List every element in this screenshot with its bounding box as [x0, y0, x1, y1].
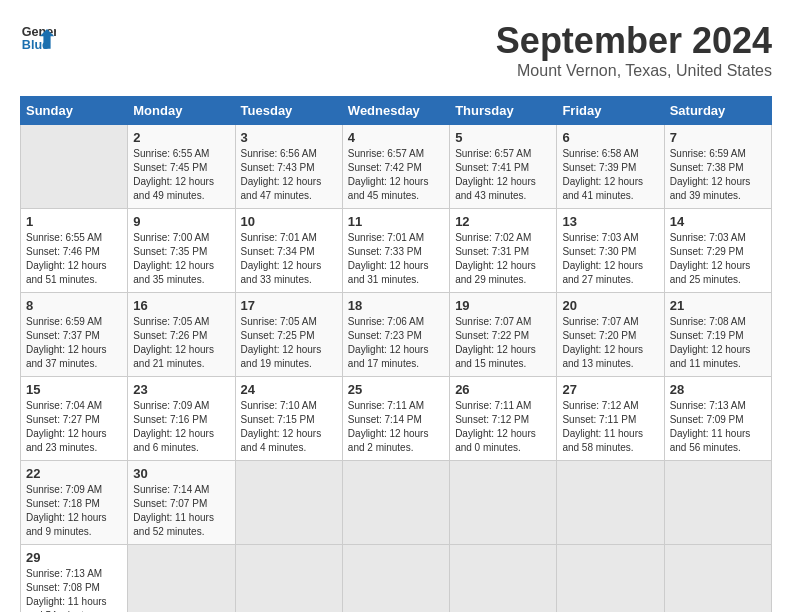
day-info: Sunrise: 7:11 AMSunset: 7:12 PMDaylight:… — [455, 399, 551, 455]
day-info: Sunrise: 6:55 AMSunset: 7:45 PMDaylight:… — [133, 147, 229, 203]
day-info: Sunrise: 7:08 AMSunset: 7:19 PMDaylight:… — [670, 315, 766, 371]
day-info: Sunrise: 7:13 AMSunset: 7:08 PMDaylight:… — [26, 567, 122, 612]
day-info: Sunrise: 6:56 AMSunset: 7:43 PMDaylight:… — [241, 147, 337, 203]
calendar-cell — [128, 545, 235, 613]
day-number: 8 — [26, 298, 122, 313]
calendar-cell: 18Sunrise: 7:06 AMSunset: 7:23 PMDayligh… — [342, 293, 449, 377]
day-info: Sunrise: 6:59 AMSunset: 7:38 PMDaylight:… — [670, 147, 766, 203]
calendar-cell: 22Sunrise: 7:09 AMSunset: 7:18 PMDayligh… — [21, 461, 128, 545]
day-info: Sunrise: 7:05 AMSunset: 7:26 PMDaylight:… — [133, 315, 229, 371]
month-title: September 2024 — [496, 20, 772, 62]
calendar-cell: 26Sunrise: 7:11 AMSunset: 7:12 PMDayligh… — [450, 377, 557, 461]
day-number: 4 — [348, 130, 444, 145]
location-title: Mount Vernon, Texas, United States — [496, 62, 772, 80]
calendar-table: Sunday Monday Tuesday Wednesday Thursday… — [20, 96, 772, 612]
calendar-cell: 4Sunrise: 6:57 AMSunset: 7:42 PMDaylight… — [342, 125, 449, 209]
calendar-cell: 1Sunrise: 6:55 AMSunset: 7:46 PMDaylight… — [21, 209, 128, 293]
day-number: 29 — [26, 550, 122, 565]
page-header: General Blue September 2024 Mount Vernon… — [20, 20, 772, 80]
day-number: 9 — [133, 214, 229, 229]
calendar-header-row: Sunday Monday Tuesday Wednesday Thursday… — [21, 97, 772, 125]
day-number: 20 — [562, 298, 658, 313]
day-number: 10 — [241, 214, 337, 229]
day-info: Sunrise: 6:58 AMSunset: 7:39 PMDaylight:… — [562, 147, 658, 203]
calendar-cell — [557, 461, 664, 545]
day-info: Sunrise: 7:01 AMSunset: 7:33 PMDaylight:… — [348, 231, 444, 287]
calendar-cell: 2Sunrise: 6:55 AMSunset: 7:45 PMDaylight… — [128, 125, 235, 209]
col-friday: Friday — [557, 97, 664, 125]
day-info: Sunrise: 7:14 AMSunset: 7:07 PMDaylight:… — [133, 483, 229, 539]
day-info: Sunrise: 6:59 AMSunset: 7:37 PMDaylight:… — [26, 315, 122, 371]
calendar-cell: 29Sunrise: 7:13 AMSunset: 7:08 PMDayligh… — [21, 545, 128, 613]
calendar-cell: 12Sunrise: 7:02 AMSunset: 7:31 PMDayligh… — [450, 209, 557, 293]
day-number: 1 — [26, 214, 122, 229]
calendar-cell: 8Sunrise: 6:59 AMSunset: 7:37 PMDaylight… — [21, 293, 128, 377]
calendar-cell — [664, 461, 771, 545]
day-info: Sunrise: 7:11 AMSunset: 7:14 PMDaylight:… — [348, 399, 444, 455]
day-number: 15 — [26, 382, 122, 397]
calendar-cell: 15Sunrise: 7:04 AMSunset: 7:27 PMDayligh… — [21, 377, 128, 461]
calendar-cell — [342, 545, 449, 613]
day-info: Sunrise: 7:04 AMSunset: 7:27 PMDaylight:… — [26, 399, 122, 455]
col-monday: Monday — [128, 97, 235, 125]
day-info: Sunrise: 6:57 AMSunset: 7:42 PMDaylight:… — [348, 147, 444, 203]
calendar-cell: 14Sunrise: 7:03 AMSunset: 7:29 PMDayligh… — [664, 209, 771, 293]
table-row: 29Sunrise: 7:13 AMSunset: 7:08 PMDayligh… — [21, 545, 772, 613]
day-info: Sunrise: 7:09 AMSunset: 7:18 PMDaylight:… — [26, 483, 122, 539]
col-sunday: Sunday — [21, 97, 128, 125]
day-number: 22 — [26, 466, 122, 481]
table-row: 1Sunrise: 6:55 AMSunset: 7:46 PMDaylight… — [21, 209, 772, 293]
day-info: Sunrise: 7:01 AMSunset: 7:34 PMDaylight:… — [241, 231, 337, 287]
col-saturday: Saturday — [664, 97, 771, 125]
day-info: Sunrise: 7:00 AMSunset: 7:35 PMDaylight:… — [133, 231, 229, 287]
day-info: Sunrise: 7:07 AMSunset: 7:22 PMDaylight:… — [455, 315, 551, 371]
day-number: 19 — [455, 298, 551, 313]
col-tuesday: Tuesday — [235, 97, 342, 125]
calendar-cell: 10Sunrise: 7:01 AMSunset: 7:34 PMDayligh… — [235, 209, 342, 293]
calendar-cell: 13Sunrise: 7:03 AMSunset: 7:30 PMDayligh… — [557, 209, 664, 293]
day-number: 26 — [455, 382, 551, 397]
day-info: Sunrise: 6:57 AMSunset: 7:41 PMDaylight:… — [455, 147, 551, 203]
day-number: 16 — [133, 298, 229, 313]
calendar-cell — [235, 545, 342, 613]
day-number: 28 — [670, 382, 766, 397]
calendar-cell — [557, 545, 664, 613]
logo-icon: General Blue — [20, 20, 56, 56]
day-number: 12 — [455, 214, 551, 229]
calendar-cell: 20Sunrise: 7:07 AMSunset: 7:20 PMDayligh… — [557, 293, 664, 377]
calendar-cell: 11Sunrise: 7:01 AMSunset: 7:33 PMDayligh… — [342, 209, 449, 293]
day-info: Sunrise: 7:03 AMSunset: 7:30 PMDaylight:… — [562, 231, 658, 287]
col-wednesday: Wednesday — [342, 97, 449, 125]
calendar-cell: 27Sunrise: 7:12 AMSunset: 7:11 PMDayligh… — [557, 377, 664, 461]
calendar-cell — [450, 545, 557, 613]
day-number: 7 — [670, 130, 766, 145]
table-row: 22Sunrise: 7:09 AMSunset: 7:18 PMDayligh… — [21, 461, 772, 545]
day-number: 27 — [562, 382, 658, 397]
logo: General Blue — [20, 20, 56, 56]
day-info: Sunrise: 7:02 AMSunset: 7:31 PMDaylight:… — [455, 231, 551, 287]
day-number: 5 — [455, 130, 551, 145]
day-info: Sunrise: 7:09 AMSunset: 7:16 PMDaylight:… — [133, 399, 229, 455]
calendar-cell: 16Sunrise: 7:05 AMSunset: 7:26 PMDayligh… — [128, 293, 235, 377]
day-number: 2 — [133, 130, 229, 145]
calendar-cell: 5Sunrise: 6:57 AMSunset: 7:41 PMDaylight… — [450, 125, 557, 209]
col-thursday: Thursday — [450, 97, 557, 125]
calendar-cell: 30Sunrise: 7:14 AMSunset: 7:07 PMDayligh… — [128, 461, 235, 545]
calendar-cell: 23Sunrise: 7:09 AMSunset: 7:16 PMDayligh… — [128, 377, 235, 461]
title-section: September 2024 Mount Vernon, Texas, Unit… — [496, 20, 772, 80]
table-row: 15Sunrise: 7:04 AMSunset: 7:27 PMDayligh… — [21, 377, 772, 461]
calendar-cell — [21, 125, 128, 209]
calendar-cell: 25Sunrise: 7:11 AMSunset: 7:14 PMDayligh… — [342, 377, 449, 461]
day-info: Sunrise: 7:10 AMSunset: 7:15 PMDaylight:… — [241, 399, 337, 455]
day-info: Sunrise: 6:55 AMSunset: 7:46 PMDaylight:… — [26, 231, 122, 287]
day-info: Sunrise: 7:05 AMSunset: 7:25 PMDaylight:… — [241, 315, 337, 371]
day-info: Sunrise: 7:07 AMSunset: 7:20 PMDaylight:… — [562, 315, 658, 371]
day-number: 13 — [562, 214, 658, 229]
calendar-cell — [342, 461, 449, 545]
day-number: 3 — [241, 130, 337, 145]
day-number: 17 — [241, 298, 337, 313]
day-number: 24 — [241, 382, 337, 397]
day-number: 21 — [670, 298, 766, 313]
day-number: 30 — [133, 466, 229, 481]
table-row: 8Sunrise: 6:59 AMSunset: 7:37 PMDaylight… — [21, 293, 772, 377]
